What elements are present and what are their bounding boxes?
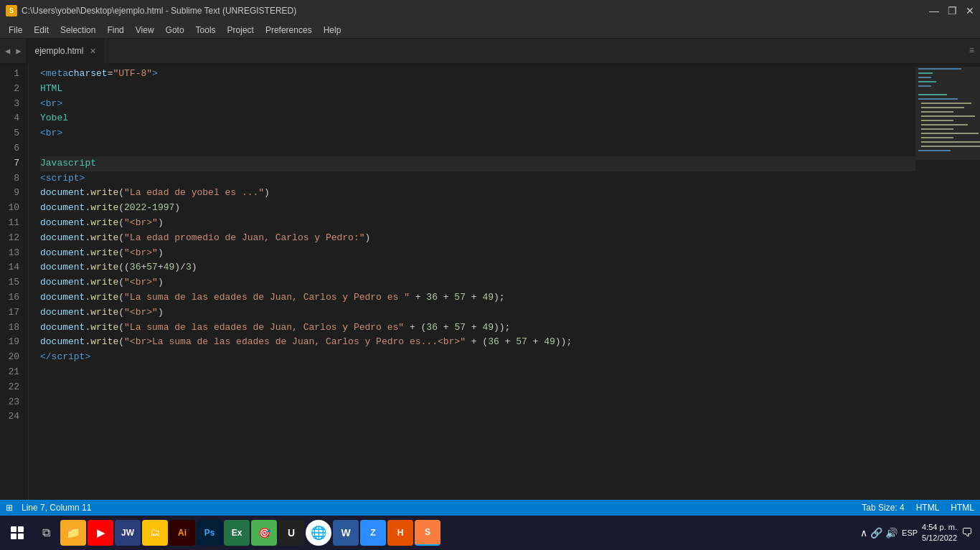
code-line-24 xyxy=(40,409,915,425)
code-editor[interactable]: <meta charset="UTF-8"> HTML <br> Yobel <… xyxy=(29,64,915,500)
line-num-2: 2 xyxy=(6,82,19,97)
title-bar: S C:\Users\yobel\Desktop\ejemplo.html - … xyxy=(0,0,980,22)
status-right: Tab Size: 4 HTML HTML xyxy=(862,503,974,513)
tab-bar: ◀ ▶ ejemplo.html ✕ ≡ xyxy=(0,39,980,64)
monitor-icon[interactable]: ⊞ xyxy=(6,503,13,513)
close-button[interactable]: ✕ xyxy=(966,5,974,16)
line-num-20: 20 xyxy=(6,350,19,365)
menu-find[interactable]: Find xyxy=(101,24,129,37)
language-indicator[interactable]: ESP xyxy=(902,528,918,537)
line-num-22: 22 xyxy=(6,380,19,395)
file-encoding[interactable]: HTML xyxy=(916,503,940,513)
tab-arrow-right[interactable]: ▶ xyxy=(14,44,23,58)
line-num-4: 4 xyxy=(6,111,19,126)
menu-view[interactable]: View xyxy=(130,24,160,37)
app-icon: S xyxy=(6,5,17,16)
minimap-canvas xyxy=(915,67,980,354)
show-hidden-icons[interactable]: ∧ xyxy=(860,527,867,539)
menu-goto[interactable]: Goto xyxy=(160,24,190,37)
illustrator-icon[interactable]: Ai xyxy=(169,520,195,546)
tab-arrows[interactable]: ◀ ▶ xyxy=(0,44,26,58)
line-num-10: 10 xyxy=(6,201,19,216)
sublime-text-icon[interactable]: S xyxy=(415,520,440,546)
code-line-5: <br> xyxy=(40,126,915,141)
clock-time: 4:54 p. m. xyxy=(922,522,957,533)
task-view-icon[interactable]: ⧉ xyxy=(33,520,59,546)
menu-help[interactable]: Help xyxy=(318,24,347,37)
code-line-11: document.write("<br>") xyxy=(40,216,915,231)
menu-bar: File Edit Selection Find View Goto Tools… xyxy=(0,22,980,39)
code-line-3: <br> xyxy=(40,97,915,112)
code-line-23 xyxy=(40,395,915,410)
tab-size[interactable]: Tab Size: 4 xyxy=(862,503,904,513)
line-num-7: 7 xyxy=(6,156,19,171)
line-num-11: 11 xyxy=(6,216,19,231)
line-num-23: 23 xyxy=(6,395,19,410)
line-num-19: 19 xyxy=(6,335,19,350)
minimap-toggle[interactable]: ≡ xyxy=(963,46,980,56)
file-language[interactable]: HTML xyxy=(951,503,974,513)
taskbar: ⧉ 📁 ▶ JW 🗂 Ai Ps Ex 🎯 U 🌐 W Z H S xyxy=(0,516,980,550)
code-line-14: document.write((36+57+49)/3) xyxy=(40,260,915,275)
code-line-15: document.write("<br>") xyxy=(40,275,915,290)
line-num-21: 21 xyxy=(6,365,19,380)
code-line-8: <script> xyxy=(40,171,915,186)
line-num-3: 3 xyxy=(6,97,19,112)
line-num-6: 6 xyxy=(6,141,19,156)
network-icon[interactable]: 🔗 xyxy=(870,527,882,539)
line-num-13: 13 xyxy=(6,246,19,261)
system-tray: ∧ 🔗 🔊 ESP 4:54 p. m. 5/12/2022 🗨 xyxy=(856,522,977,544)
minimize-button[interactable]: — xyxy=(929,5,939,16)
code-line-16: document.write("La suma de las edades de… xyxy=(40,290,915,305)
sound-icon[interactable]: 🔊 xyxy=(885,527,897,539)
menu-file[interactable]: File xyxy=(3,24,28,37)
status-left: ⊞ Line 7, Column 11 xyxy=(6,503,91,513)
menu-project[interactable]: Project xyxy=(222,24,260,37)
cursor-position[interactable]: Line 7, Column 11 xyxy=(22,503,91,513)
youtube-icon[interactable]: ▶ xyxy=(88,520,113,546)
code-line-22 xyxy=(40,380,915,395)
tab-arrow-left[interactable]: ◀ xyxy=(3,44,12,58)
menu-edit[interactable]: Edit xyxy=(28,24,55,37)
windows-icon xyxy=(11,526,24,539)
tab-close-button[interactable]: ✕ xyxy=(90,47,96,56)
code-line-17: document.write("<br>") xyxy=(40,305,915,321)
line-num-18: 18 xyxy=(6,321,19,336)
maximize-button[interactable]: ❐ xyxy=(948,5,957,16)
system-clock[interactable]: 4:54 p. m. 5/12/2022 xyxy=(922,522,957,544)
menu-selection[interactable]: Selection xyxy=(55,24,101,37)
line-num-15: 15 xyxy=(6,275,19,290)
code-line-7: Javascript xyxy=(40,156,915,171)
word-icon[interactable]: W xyxy=(333,520,359,546)
menu-preferences[interactable]: Preferences xyxy=(260,24,318,37)
window-title: C:\Users\yobel\Desktop\ejemplo.html - Su… xyxy=(22,6,296,16)
menu-tools[interactable]: Tools xyxy=(190,24,222,37)
hs-icon[interactable]: H xyxy=(387,520,413,546)
line-num-14: 14 xyxy=(6,260,19,275)
tab-filename: ejemplo.html xyxy=(34,46,83,56)
line-num-8: 8 xyxy=(6,171,19,186)
jw-player-icon[interactable]: JW xyxy=(115,520,141,546)
line-num-24: 24 xyxy=(6,409,19,425)
notification-icon[interactable]: 🗨 xyxy=(961,526,973,539)
code-line-19: document.write("<br>La suma de las edade… xyxy=(40,335,915,350)
chrome-icon[interactable]: 🌐 xyxy=(306,520,331,546)
start-button[interactable] xyxy=(3,518,32,547)
code-area: 1 2 3 4 5 6 7 8 9 10 11 12 13 14 15 16 1… xyxy=(0,64,980,500)
title-bar-left: S C:\Users\yobel\Desktop\ejemplo.html - … xyxy=(6,5,296,16)
line-num-17: 17 xyxy=(6,305,19,321)
window-controls[interactable]: — ❐ ✕ xyxy=(929,5,974,16)
photoshop-icon[interactable]: Ps xyxy=(197,520,222,546)
excel-icon[interactable]: Ex xyxy=(224,520,250,546)
code-line-12: document.write("La edad promedio de Juan… xyxy=(40,231,915,246)
code-line-21 xyxy=(40,365,915,380)
code-line-6 xyxy=(40,141,915,156)
minimap[interactable] xyxy=(915,64,980,500)
control-panel-icon[interactable]: 🗂 xyxy=(142,520,168,546)
file-explorer-icon[interactable]: 📁 xyxy=(60,520,86,546)
unity-icon[interactable]: U xyxy=(278,520,304,546)
code-line-10: document.write(2022-1997) xyxy=(40,201,915,216)
greenshot-icon[interactable]: 🎯 xyxy=(251,520,277,546)
tab-ejemplo-html[interactable]: ejemplo.html ✕ xyxy=(26,39,105,64)
zoom-icon[interactable]: Z xyxy=(360,520,386,546)
